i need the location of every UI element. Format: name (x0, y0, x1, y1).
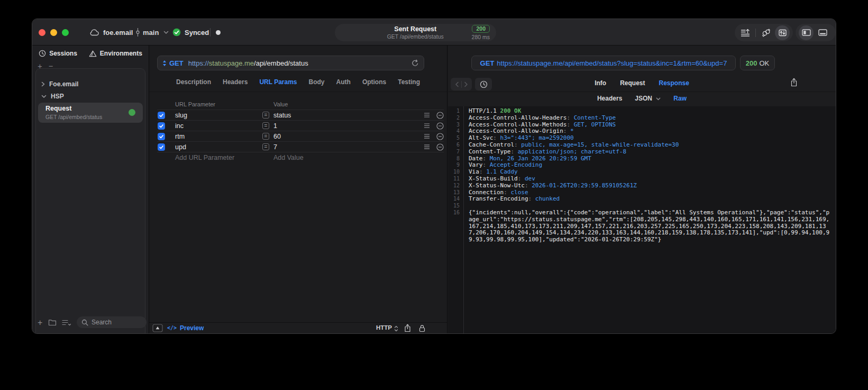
folder-icon[interactable] (48, 319, 57, 326)
tab-response[interactable]: Response (659, 79, 689, 87)
tab-description[interactable]: Description (176, 78, 211, 86)
method-stepper-icon[interactable] (162, 60, 167, 67)
response-status-code: 200 (746, 59, 757, 67)
divider (448, 92, 836, 92)
subtab-headers[interactable]: Headers (597, 95, 622, 102)
preview-button[interactable]: Preview (180, 324, 204, 332)
request-status-subtitle: GET /api/embed/status (359, 34, 472, 40)
param-checkbox[interactable] (158, 143, 165, 151)
chevron-down-icon (656, 97, 661, 101)
tree-item-label: Foe.email (49, 80, 78, 88)
param-row: upd = 7 (157, 141, 444, 152)
url-bar[interactable]: GET https:// statuspage.me /api/embed/st… (157, 56, 424, 70)
add-param-row: Add URL Parameter Add Value (157, 152, 444, 162)
share-icon[interactable] (404, 324, 411, 332)
line-number: 4 (448, 128, 460, 135)
titlebar-divider (210, 28, 211, 37)
layout-sidebar-icon[interactable] (799, 25, 814, 40)
param-value-input[interactable]: 60 (273, 133, 281, 140)
add-item-button[interactable]: + (38, 318, 42, 328)
drag-handle-icon[interactable] (424, 123, 430, 129)
line-number: 13 (448, 189, 460, 196)
sidebar-add-remove: + − (38, 61, 53, 70)
param-checkbox[interactable] (158, 133, 165, 140)
method-label: GET (169, 59, 184, 67)
remove-param-icon[interactable] (436, 133, 444, 140)
branch-name: main (143, 29, 159, 37)
close-window-button[interactable] (39, 29, 45, 36)
tab-environments[interactable]: Environments (89, 50, 142, 57)
remove-param-icon[interactable] (436, 122, 444, 130)
tab-auth[interactable]: Auth (336, 78, 351, 86)
status-code-badge: 200 (472, 25, 490, 33)
tab-info[interactable]: Info (595, 79, 606, 87)
search-input[interactable]: Search (77, 316, 147, 328)
branch-selector[interactable]: main (135, 19, 169, 46)
tree-item-hsp[interactable]: HSP (41, 93, 64, 100)
response-subtabs: Headers JSON Raw (448, 95, 836, 102)
line-number: 16 (448, 210, 460, 216)
resend-icon[interactable] (412, 59, 419, 67)
sent-request-url[interactable]: GET https://statuspage.me/api/embed/stat… (471, 56, 736, 70)
param-value-input[interactable]: status (273, 112, 291, 119)
drag-handle-icon[interactable] (424, 112, 430, 118)
request-item-subtitle: GET /api/embed/status (45, 114, 102, 120)
tab-body[interactable]: Body (309, 78, 325, 86)
zoom-window-button[interactable] (62, 29, 69, 36)
list-filter-icon[interactable] (62, 319, 71, 326)
sidebar: Sessions Environments + − Foe.email (32, 46, 149, 333)
tab-sessions[interactable]: Sessions (39, 50, 77, 57)
tab-request[interactable]: Request (620, 79, 645, 87)
add-request-button[interactable]: + (38, 61, 42, 70)
param-name-input[interactable]: upd (175, 143, 186, 151)
link-sync-icon[interactable] (759, 25, 773, 40)
protocol-stepper-icon[interactable] (394, 325, 398, 332)
line-number: 15 (448, 203, 460, 210)
url-path: /api/embed/status (254, 59, 308, 67)
sync-status-label: Synced (185, 29, 209, 37)
chevron-down-icon (163, 31, 169, 34)
sync-status[interactable]: Synced (172, 19, 209, 46)
protocol-selector[interactable]: HTTP (376, 324, 392, 331)
list-order-icon[interactable] (738, 25, 753, 40)
line-number: 9 (448, 162, 460, 169)
param-name-input[interactable]: rtm (175, 133, 185, 140)
request-status-bar[interactable]: Sent Request GET /api/embed/status 200 2… (335, 24, 496, 41)
expand-panel-icon[interactable] (152, 324, 163, 332)
workspace-menu[interactable]: foe.email (89, 19, 133, 46)
drag-handle-icon[interactable] (424, 133, 430, 139)
sidebar-footer: + Search (32, 316, 149, 329)
export-share-icon[interactable] (790, 78, 798, 87)
subtab-raw[interactable]: Raw (673, 95, 687, 102)
request-response-icon[interactable] (775, 25, 790, 40)
sidebar-tabs: Sessions Environments (32, 50, 149, 57)
param-name-input[interactable]: slug (175, 112, 187, 119)
layout-bottom-icon[interactable] (815, 25, 830, 40)
param-row: slug = status (157, 110, 444, 120)
tab-testing[interactable]: Testing (398, 78, 420, 86)
request-status-main: Sent Request GET /api/embed/status (335, 26, 472, 40)
remove-param-icon[interactable] (436, 112, 444, 119)
param-value-input[interactable]: 7 (273, 143, 277, 151)
remove-request-button[interactable]: − (49, 61, 53, 70)
tab-headers[interactable]: Headers (223, 78, 248, 86)
tab-url-params[interactable]: URL Params (259, 78, 297, 86)
minimize-window-button[interactable] (50, 29, 57, 36)
tab-options[interactable]: Options (362, 78, 386, 86)
param-checkbox[interactable] (158, 112, 165, 119)
param-name-input[interactable]: inc (175, 122, 184, 130)
remove-param-icon[interactable] (436, 143, 444, 151)
drag-handle-icon[interactable] (424, 144, 430, 150)
response-tabs: Info Request Response (448, 79, 836, 87)
subtab-json[interactable]: JSON (635, 95, 661, 102)
param-value-input[interactable]: 1 (273, 122, 277, 130)
tree-item-foe-email[interactable]: Foe.email (41, 80, 78, 88)
request-status-dot (129, 109, 135, 116)
add-param-name-placeholder[interactable]: Add URL Parameter (175, 154, 234, 161)
lock-icon[interactable] (419, 324, 425, 332)
response-status-badge: 200 OK (740, 56, 775, 70)
col-value: Value (273, 101, 288, 107)
add-param-value-placeholder[interactable]: Add Value (273, 154, 304, 161)
param-checkbox[interactable] (158, 122, 165, 130)
request-list-item-selected[interactable]: Request GET /api/embed/status (38, 103, 143, 123)
